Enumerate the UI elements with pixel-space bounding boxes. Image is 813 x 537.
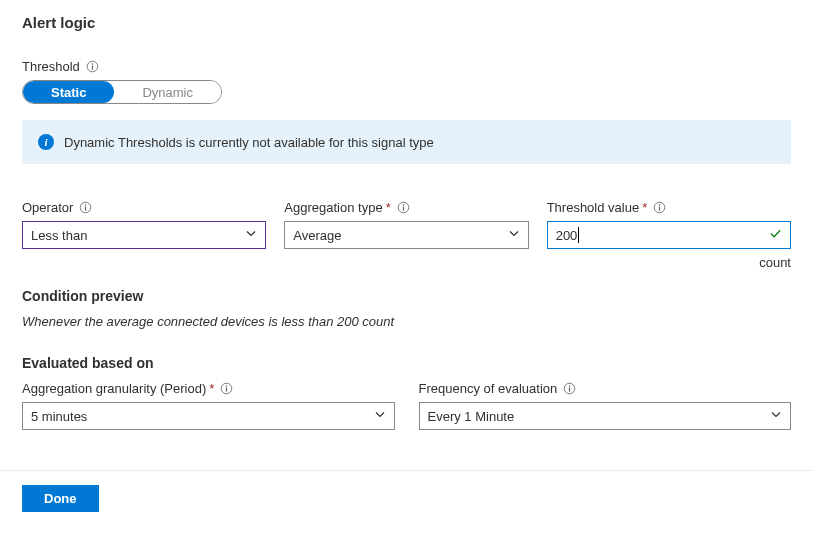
chevron-down-icon xyxy=(245,228,257,243)
info-icon[interactable] xyxy=(86,60,99,73)
svg-point-4 xyxy=(85,204,86,205)
operator-value: Less than xyxy=(31,228,87,243)
granularity-select[interactable]: 5 minutes xyxy=(22,402,395,430)
info-icon[interactable] xyxy=(220,382,233,395)
check-icon xyxy=(769,227,782,243)
condition-preview-text: Whenever the average connected devices i… xyxy=(22,314,791,329)
svg-rect-17 xyxy=(569,388,570,392)
required-mark: * xyxy=(209,381,214,396)
operator-select[interactable]: Less than xyxy=(22,221,266,249)
info-icon[interactable] xyxy=(653,201,666,214)
info-banner-text: Dynamic Thresholds is currently not avai… xyxy=(64,135,434,150)
svg-rect-5 xyxy=(85,207,86,211)
chevron-down-icon xyxy=(374,409,386,424)
threshold-label-text: Threshold xyxy=(22,59,80,74)
threshold-value-input[interactable]: 200 xyxy=(547,221,791,249)
page-title: Alert logic xyxy=(22,14,791,31)
aggregation-select[interactable]: Average xyxy=(284,221,528,249)
info-banner: i Dynamic Thresholds is currently not av… xyxy=(22,120,791,164)
threshold-static-toggle[interactable]: Static xyxy=(23,81,114,103)
chevron-down-icon xyxy=(770,409,782,424)
evaluated-label: Evaluated based on xyxy=(22,355,791,371)
text-cursor xyxy=(578,227,579,243)
operator-label: Operator xyxy=(22,200,266,215)
frequency-label: Frequency of evaluation xyxy=(419,381,792,396)
svg-rect-8 xyxy=(403,207,404,211)
svg-rect-2 xyxy=(92,66,93,70)
svg-point-10 xyxy=(659,204,660,205)
required-mark: * xyxy=(386,200,391,215)
info-icon[interactable] xyxy=(563,382,576,395)
svg-point-16 xyxy=(569,385,570,386)
chevron-down-icon xyxy=(508,228,520,243)
svg-rect-11 xyxy=(659,207,660,211)
svg-point-7 xyxy=(402,204,403,205)
svg-point-1 xyxy=(92,63,93,64)
svg-point-13 xyxy=(226,385,227,386)
done-button[interactable]: Done xyxy=(22,485,99,512)
threshold-value-text: 200 xyxy=(556,228,578,243)
info-icon: i xyxy=(38,134,54,150)
threshold-label: Threshold xyxy=(22,59,791,74)
svg-rect-14 xyxy=(226,388,227,392)
aggregation-label: Aggregation type * xyxy=(284,200,528,215)
threshold-dynamic-toggle[interactable]: Dynamic xyxy=(114,81,221,103)
aggregation-value: Average xyxy=(293,228,341,243)
threshold-unit: count xyxy=(547,255,791,270)
required-mark: * xyxy=(642,200,647,215)
info-icon[interactable] xyxy=(79,201,92,214)
info-icon[interactable] xyxy=(397,201,410,214)
threshold-toggle[interactable]: Static Dynamic xyxy=(22,80,222,104)
granularity-value: 5 minutes xyxy=(31,409,87,424)
granularity-label: Aggregation granularity (Period) * xyxy=(22,381,395,396)
frequency-select[interactable]: Every 1 Minute xyxy=(419,402,792,430)
condition-preview-label: Condition preview xyxy=(22,288,791,304)
threshold-value-label: Threshold value * xyxy=(547,200,791,215)
frequency-value: Every 1 Minute xyxy=(428,409,515,424)
